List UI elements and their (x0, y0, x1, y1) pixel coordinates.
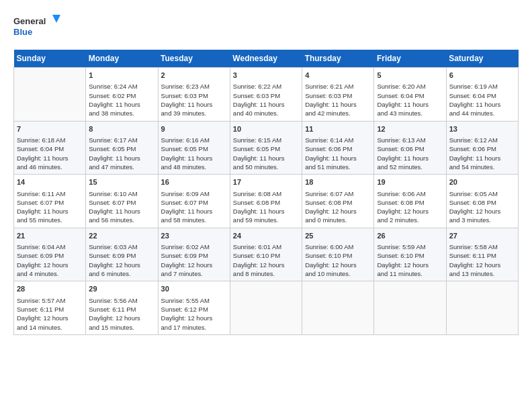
day-cell: 7Sunrise: 6:18 AM Sunset: 6:04 PM Daylig… (14, 121, 86, 175)
day-number: 28 (17, 284, 83, 294)
header-cell-sunday: Sunday (14, 50, 86, 68)
day-number: 1 (89, 71, 154, 81)
day-info: Sunrise: 6:08 AM Sunset: 6:08 PM Dayligh… (233, 189, 299, 225)
day-number: 8 (89, 124, 154, 134)
day-info: Sunrise: 5:55 AM Sunset: 6:12 PM Dayligh… (161, 296, 227, 332)
day-number: 24 (233, 231, 299, 241)
day-info: Sunrise: 6:21 AM Sunset: 6:03 PM Dayligh… (305, 82, 371, 118)
day-cell: 20Sunrise: 6:05 AM Sunset: 6:08 PM Dayli… (446, 175, 518, 228)
day-number: 17 (233, 177, 299, 187)
day-info: Sunrise: 6:22 AM Sunset: 6:03 PM Dayligh… (233, 82, 299, 118)
day-cell: 27Sunrise: 5:58 AM Sunset: 6:11 PM Dayli… (446, 228, 518, 281)
header-cell-wednesday: Wednesday (230, 50, 302, 68)
day-info: Sunrise: 6:16 AM Sunset: 6:05 PM Dayligh… (161, 136, 227, 171)
week-row-2: 7Sunrise: 6:18 AM Sunset: 6:04 PM Daylig… (14, 121, 519, 175)
day-number: 23 (161, 231, 227, 241)
day-cell: 9Sunrise: 6:16 AM Sunset: 6:05 PM Daylig… (158, 121, 230, 175)
day-cell: 8Sunrise: 6:17 AM Sunset: 6:05 PM Daylig… (86, 121, 158, 175)
day-info: Sunrise: 6:06 AM Sunset: 6:08 PM Dayligh… (377, 189, 443, 225)
day-cell (230, 281, 302, 335)
day-info: Sunrise: 5:59 AM Sunset: 6:10 PM Dayligh… (377, 242, 443, 278)
day-number: 5 (377, 71, 443, 81)
day-cell: 11Sunrise: 6:14 AM Sunset: 6:06 PM Dayli… (302, 121, 374, 175)
day-number: 19 (377, 177, 443, 187)
day-number: 10 (233, 124, 299, 134)
day-cell: 3Sunrise: 6:22 AM Sunset: 6:03 PM Daylig… (230, 68, 302, 122)
day-info: Sunrise: 6:10 AM Sunset: 6:07 PM Dayligh… (89, 189, 154, 225)
day-cell: 30Sunrise: 5:55 AM Sunset: 6:12 PM Dayli… (158, 281, 230, 335)
day-number: 25 (305, 231, 371, 241)
day-number: 18 (305, 177, 371, 187)
day-cell: 17Sunrise: 6:08 AM Sunset: 6:08 PM Dayli… (230, 175, 302, 228)
day-cell: 1Sunrise: 6:24 AM Sunset: 6:02 PM Daylig… (86, 68, 158, 122)
svg-text:Blue: Blue (13, 27, 32, 37)
header-cell-monday: Monday (86, 50, 158, 68)
svg-text:General: General (13, 16, 46, 26)
day-cell (446, 281, 518, 335)
day-number: 30 (161, 284, 227, 294)
header-cell-saturday: Saturday (446, 50, 518, 68)
day-cell: 29Sunrise: 5:56 AM Sunset: 6:11 PM Dayli… (86, 281, 158, 335)
page-header: General Blue (13, 13, 519, 43)
day-info: Sunrise: 6:24 AM Sunset: 6:02 PM Dayligh… (89, 82, 154, 118)
week-row-1: 1Sunrise: 6:24 AM Sunset: 6:02 PM Daylig… (14, 68, 519, 122)
day-number: 20 (449, 177, 515, 187)
day-info: Sunrise: 6:13 AM Sunset: 6:06 PM Dayligh… (377, 136, 443, 171)
week-row-3: 14Sunrise: 6:11 AM Sunset: 6:07 PM Dayli… (14, 175, 519, 228)
day-cell: 21Sunrise: 6:04 AM Sunset: 6:09 PM Dayli… (14, 228, 86, 281)
day-cell (374, 281, 446, 335)
logo: General Blue (13, 13, 60, 43)
day-info: Sunrise: 6:18 AM Sunset: 6:04 PM Dayligh… (17, 136, 83, 171)
day-info: Sunrise: 6:09 AM Sunset: 6:07 PM Dayligh… (161, 189, 227, 225)
day-info: Sunrise: 6:03 AM Sunset: 6:09 PM Dayligh… (89, 242, 154, 278)
calendar-header: SundayMondayTuesdayWednesdayThursdayFrid… (14, 50, 519, 68)
week-row-4: 21Sunrise: 6:04 AM Sunset: 6:09 PM Dayli… (14, 228, 519, 281)
day-number: 15 (89, 177, 154, 187)
day-cell: 19Sunrise: 6:06 AM Sunset: 6:08 PM Dayli… (374, 175, 446, 228)
day-info: Sunrise: 5:56 AM Sunset: 6:11 PM Dayligh… (89, 296, 154, 332)
day-cell: 16Sunrise: 6:09 AM Sunset: 6:07 PM Dayli… (158, 175, 230, 228)
day-cell: 4Sunrise: 6:21 AM Sunset: 6:03 PM Daylig… (302, 68, 374, 122)
day-cell: 22Sunrise: 6:03 AM Sunset: 6:09 PM Dayli… (86, 228, 158, 281)
day-info: Sunrise: 6:19 AM Sunset: 6:04 PM Dayligh… (449, 82, 515, 118)
day-number: 22 (89, 231, 154, 241)
day-info: Sunrise: 6:01 AM Sunset: 6:10 PM Dayligh… (233, 242, 299, 278)
day-info: Sunrise: 6:04 AM Sunset: 6:09 PM Dayligh… (17, 242, 83, 278)
day-cell: 18Sunrise: 6:07 AM Sunset: 6:08 PM Dayli… (302, 175, 374, 228)
day-info: Sunrise: 6:02 AM Sunset: 6:09 PM Dayligh… (161, 242, 227, 278)
day-number: 7 (17, 124, 83, 134)
svg-marker-2 (52, 15, 60, 23)
header-cell-thursday: Thursday (302, 50, 374, 68)
day-info: Sunrise: 6:17 AM Sunset: 6:05 PM Dayligh… (89, 136, 154, 171)
day-number: 27 (449, 231, 515, 241)
day-info: Sunrise: 6:00 AM Sunset: 6:10 PM Dayligh… (305, 242, 371, 278)
logo-svg: General Blue (13, 13, 60, 43)
day-number: 3 (233, 71, 299, 81)
day-cell: 26Sunrise: 5:59 AM Sunset: 6:10 PM Dayli… (374, 228, 446, 281)
day-cell: 5Sunrise: 6:20 AM Sunset: 6:04 PM Daylig… (374, 68, 446, 122)
day-info: Sunrise: 6:23 AM Sunset: 6:03 PM Dayligh… (161, 82, 227, 118)
day-info: Sunrise: 6:14 AM Sunset: 6:06 PM Dayligh… (305, 136, 371, 171)
day-info: Sunrise: 6:05 AM Sunset: 6:08 PM Dayligh… (449, 189, 515, 225)
day-number: 29 (89, 284, 154, 294)
day-cell: 23Sunrise: 6:02 AM Sunset: 6:09 PM Dayli… (158, 228, 230, 281)
week-row-5: 28Sunrise: 5:57 AM Sunset: 6:11 PM Dayli… (14, 281, 519, 335)
day-number: 11 (305, 124, 371, 134)
day-number: 9 (161, 124, 227, 134)
day-info: Sunrise: 6:15 AM Sunset: 6:05 PM Dayligh… (233, 136, 299, 171)
day-number: 13 (449, 124, 515, 134)
calendar-table: SundayMondayTuesdayWednesdayThursdayFrid… (13, 50, 519, 335)
day-cell: 13Sunrise: 6:12 AM Sunset: 6:06 PM Dayli… (446, 121, 518, 175)
day-cell: 10Sunrise: 6:15 AM Sunset: 6:05 PM Dayli… (230, 121, 302, 175)
day-info: Sunrise: 6:12 AM Sunset: 6:06 PM Dayligh… (449, 136, 515, 171)
day-cell: 28Sunrise: 5:57 AM Sunset: 6:11 PM Dayli… (14, 281, 86, 335)
header-cell-tuesday: Tuesday (158, 50, 230, 68)
day-cell: 25Sunrise: 6:00 AM Sunset: 6:10 PM Dayli… (302, 228, 374, 281)
calendar-body: 1Sunrise: 6:24 AM Sunset: 6:02 PM Daylig… (14, 68, 519, 335)
day-cell: 14Sunrise: 6:11 AM Sunset: 6:07 PM Dayli… (14, 175, 86, 228)
day-info: Sunrise: 5:58 AM Sunset: 6:11 PM Dayligh… (449, 242, 515, 278)
day-number: 2 (161, 71, 227, 81)
day-cell: 12Sunrise: 6:13 AM Sunset: 6:06 PM Dayli… (374, 121, 446, 175)
day-number: 26 (377, 231, 443, 241)
day-cell (302, 281, 374, 335)
